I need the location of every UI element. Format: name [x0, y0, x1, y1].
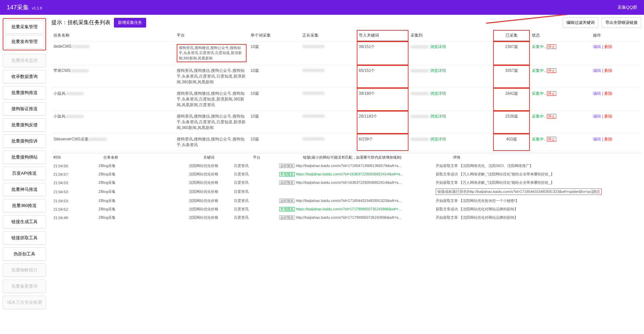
tasks-col-header: 已采集 [493, 30, 530, 41]
edit-link[interactable]: 编辑 [593, 114, 601, 119]
local-preview-badge[interactable]: 本地预览 [279, 207, 295, 211]
tasks-col-header: 单个词采集 [249, 30, 301, 41]
edit-link[interactable]: 编辑 [593, 44, 601, 49]
stop-button[interactable]: 停止 [547, 137, 556, 141]
delete-link[interactable]: 删除 [604, 91, 612, 96]
log-col-header: 详情 [451, 153, 641, 162]
sidebar-item: 域名三方安全检测 [3, 296, 46, 309]
browse-detail-link[interactable]: 浏览详情 [430, 137, 446, 141]
remote-preview-badge[interactable]: 远程预览 [279, 180, 295, 185]
delete-link[interactable]: 删除 [604, 137, 612, 141]
sidebar-item[interactable]: 批量搜狗绑站 [3, 151, 46, 164]
tasks-col-header: 采集到 [409, 30, 493, 41]
browse-detail-link[interactable]: 浏览详情 [430, 44, 446, 49]
stop-button[interactable]: 停止 [547, 68, 556, 73]
tasks-col-header: 操作 [591, 30, 641, 41]
export-errors-button[interactable]: 导出全部错误链接 [602, 17, 641, 28]
stop-button[interactable]: 停止 [547, 91, 556, 96]
browse-detail-link[interactable]: 浏览详情 [430, 68, 446, 73]
app-title-text: 147采集 [7, 4, 29, 11]
log-link[interactable]: https://baijiahao.baidu.com/s?id=1717999… [296, 207, 401, 211]
log-row: 21:04:53:ZBlog采集沈阳网站优化价格百度资讯远程预览http://b… [51, 178, 641, 187]
remote-preview-badge[interactable]: 远程预览 [279, 215, 295, 220]
tasks-table: 任务名称平台单个词采集正在采集导入关键词采集到已采集状态操作 dedeCMSxx… [51, 30, 641, 151]
delete-link[interactable]: 删除 [604, 114, 612, 119]
stop-button[interactable]: 停止 [547, 114, 556, 119]
sidebar-item[interactable]: 收录数据查询 [3, 70, 46, 83]
sidebar-item[interactable]: 链接生成工具 [3, 215, 46, 228]
sidebar-item[interactable]: 批量搜狗反馈 [3, 118, 46, 132]
toolbar: 提示：挂机采集任务列表 新增采集任务 编辑过滤关键词 导出全部错误链接 [51, 17, 641, 28]
browse-detail-link[interactable]: 浏览详情 [430, 91, 446, 96]
task-row: 小旋风xxxxxxxxx搜狗资讯,搜狗微信,搜狗公众号,搜狗知乎,头条资讯,百度… [51, 111, 641, 134]
log-link[interactable]: http://baijiahao.baidu.com/s?id=17185443… [296, 199, 401, 203]
task-row: 小旋风xxxxxxxxx搜狗资讯,搜狗微信,搜狗公众号,搜狗知乎,头条资讯,百度… [51, 88, 641, 111]
task-row: 苹果CMSxxxxxxxxx搜狗资讯,搜狗微信,搜狗公众号,搜狗知乎,头条资讯,… [51, 65, 641, 88]
app-title: 147采集 v1.1.8 [7, 3, 42, 11]
sidebar: 批量采集管理 批量发布管理 批量排名监控收录数据查询批量搜狗推送搜狗验证推送批量… [0, 15, 49, 334]
sidebar-item[interactable]: 百度API推送 [3, 167, 46, 180]
remote-preview-badge[interactable]: 远程预览 [279, 164, 295, 168]
app-version: v1.1.8 [32, 6, 42, 10]
sidebar-item: 批量排名监控 [3, 54, 46, 67]
log-col-header: 链接(最小的网站可能没有匹配，如需要可群内反馈增加规则) [301, 153, 451, 162]
stop-button[interactable]: 停止 [547, 44, 556, 49]
sidebar-item: 批量蜘蛛统计 [3, 263, 46, 277]
tasks-col-header: 正在采集 [300, 30, 357, 41]
log-col-header: 任务名称 [101, 153, 201, 162]
log-col-header: 时间 [51, 153, 101, 162]
sidebar-item[interactable]: 批量神马推送 [3, 183, 46, 196]
log-col-header: 关键词 [201, 153, 251, 162]
new-task-button[interactable]: 新增采集任务 [114, 18, 146, 28]
delete-link[interactable]: 删除 [604, 44, 612, 49]
log-col-header: 平台 [251, 153, 301, 162]
sidebar-item[interactable]: 搜狗验证推送 [3, 102, 46, 116]
sidebar-item-publish-manage[interactable]: 批量发布管理 [5, 35, 44, 48]
sidebar-item-collect-manage[interactable]: 批量采集管理 [5, 20, 44, 34]
log-link[interactable]: https://baijiahao.baidu.com/s?id=1636372… [296, 172, 403, 176]
log-row: 21:04:58:ZBlog采集沈阳网站优化价格百度资讯远程预览http://b… [51, 162, 641, 170]
log-link[interactable]: http://baijiahao.baidu.com/s?id=16363722… [296, 180, 401, 184]
log-row: 21:04:52:ZBlog采集沈阳网站优化价格百度资讯本地预览https://… [51, 205, 641, 213]
log-row: 21:04:53:ZBlog采集沈阳网站优化价格百度资讯远程预览http://b… [51, 197, 641, 205]
edit-link[interactable]: 编辑 [593, 68, 601, 73]
log-link[interactable]: http://baijiahao.baidu.com/s?id=17185471… [296, 164, 401, 168]
local-preview-badge[interactable]: 本地预览 [279, 172, 295, 176]
log-table: 时间任务名称关键词平台链接(最小的网站可能没有匹配，如需要可群内反馈增加规则)详… [51, 153, 641, 162]
sidebar-item[interactable]: 伪原创工具 [3, 247, 46, 261]
task-row: dedeCMSxxxxxxxxx搜狗资讯,搜狗微信,搜狗公众号,搜狗知乎,头条资… [51, 41, 641, 65]
remote-preview-badge[interactable]: 远程预览 [279, 199, 295, 203]
edit-link[interactable]: 编辑 [593, 137, 601, 141]
page-title: 提示：挂机采集任务列表 [51, 19, 111, 26]
tasks-col-header: 平台 [175, 30, 249, 41]
task-row: SiteserverCMS采集xxxxxxxxx搜狗资讯,搜狗微信,搜狗公众号,… [51, 134, 641, 151]
log-panel: 时间任务名称关键词平台链接(最小的网站可能没有匹配，如需要可群内反馈增加规则)详… [51, 153, 641, 331]
qq-group-link[interactable]: 采集QQ群 [617, 4, 637, 10]
tasks-col-header: 任务名称 [51, 30, 175, 41]
edit-filter-button[interactable]: 编辑过滤关键词 [563, 17, 598, 28]
sidebar-item: 批量备案查询 [3, 280, 46, 293]
edit-link[interactable]: 编辑 [593, 91, 601, 96]
sidebar-item[interactable]: 批量搜狗投诉 [3, 134, 46, 148]
log-row: 21:04:57:ZBlog采集沈阳网站优化价格百度资讯本地预览https://… [51, 170, 641, 178]
sidebar-item[interactable]: 批量360推送 [3, 199, 46, 212]
sidebar-item[interactable]: 批量搜狗推送 [3, 86, 46, 99]
browse-detail-link[interactable]: 浏览详情 [430, 114, 446, 119]
tasks-col-header: 导入关键词 [357, 30, 409, 41]
tasks-col-header: 状态 [530, 30, 591, 41]
sidebar-primary-group: 批量采集管理 批量发布管理 [3, 18, 46, 50]
log-row: 21:04:48:ZBlog采集沈阳网站优化价格百度资讯远程预览http://b… [51, 213, 641, 222]
app-header: 147采集 v1.1.8 采集QQ群 [0, 0, 644, 15]
sidebar-item[interactable]: 链接抓取工具 [3, 231, 46, 245]
delete-link[interactable]: 删除 [604, 68, 612, 73]
log-row: 21:04:53:ZBlog采集沈阳网站优化价格百度资讯链接或标题已存在[htt… [51, 187, 641, 197]
log-link[interactable]: http://baijiahao.baidu.com/s?id=17179990… [296, 215, 401, 219]
main-content: 提示：挂机采集任务列表 新增采集任务 编辑过滤关键词 导出全部错误链接 任务名称… [49, 15, 644, 334]
